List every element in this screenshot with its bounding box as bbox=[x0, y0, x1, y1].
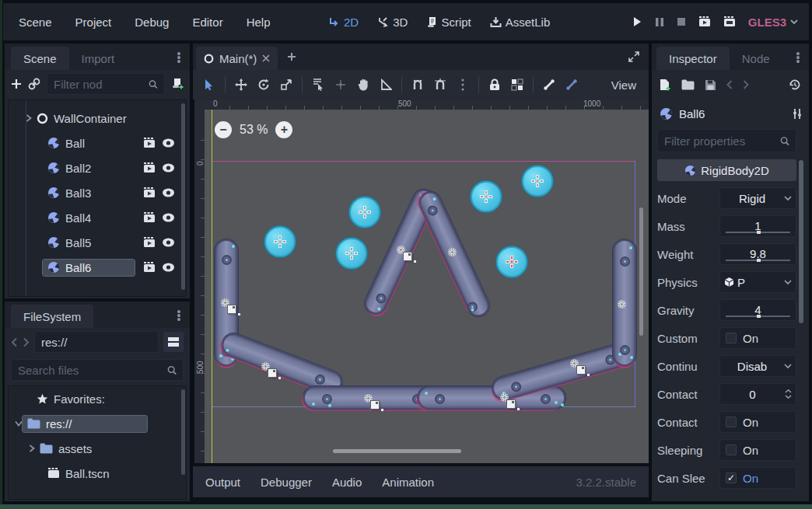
scene-instance-icon[interactable] bbox=[143, 212, 156, 223]
move-pivot-tool[interactable] bbox=[331, 75, 351, 95]
snap-options-dots-icon[interactable] bbox=[453, 75, 473, 95]
scene-instance-icon[interactable] bbox=[143, 262, 156, 273]
position-gizmo-icon[interactable] bbox=[531, 175, 544, 187]
scale-tool[interactable] bbox=[276, 75, 296, 95]
play-scene-button[interactable] bbox=[698, 16, 711, 27]
bottom-tab-debugger[interactable]: Debugger bbox=[261, 476, 312, 489]
stop-button[interactable] bbox=[677, 17, 686, 26]
gizmo-handle-square[interactable] bbox=[268, 368, 277, 378]
skeleton-bone-icon[interactable] bbox=[539, 75, 559, 95]
menu-debug[interactable]: Debug bbox=[135, 16, 169, 29]
property-checkbox[interactable]: On bbox=[719, 439, 796, 461]
zoom-in-button[interactable]: + bbox=[275, 121, 292, 138]
move-gizmo[interactable] bbox=[499, 392, 520, 411]
history-forward-icon[interactable] bbox=[743, 80, 749, 89]
move-gizmo[interactable] bbox=[617, 299, 637, 318]
scene-instance-icon[interactable] bbox=[143, 162, 156, 173]
bottom-tab-output[interactable]: Output bbox=[205, 476, 240, 489]
new-scene-tab-button[interactable] bbox=[278, 44, 306, 70]
tab-inspector[interactable]: Inspector bbox=[656, 47, 730, 70]
expand-arrow-icon[interactable] bbox=[26, 114, 32, 122]
visibility-eye-icon[interactable] bbox=[162, 212, 175, 223]
collapse-arrow-icon[interactable] bbox=[15, 420, 23, 427]
visibility-eye-icon[interactable] bbox=[162, 138, 175, 148]
tab-2d[interactable]: 2D bbox=[328, 16, 359, 29]
lock-object-icon[interactable] bbox=[485, 75, 505, 95]
tree-row-main[interactable]: Main bbox=[9, 99, 186, 106]
skeleton-ik-icon[interactable] bbox=[562, 75, 582, 95]
inspector-scrollbar[interactable] bbox=[799, 160, 803, 323]
property-spinbox[interactable]: 0 bbox=[719, 383, 796, 405]
scene-instance-icon[interactable] bbox=[143, 187, 156, 198]
move-gizmo[interactable] bbox=[569, 358, 590, 377]
tab-scene[interactable]: Scene bbox=[11, 47, 69, 70]
history-back-icon[interactable] bbox=[726, 80, 733, 89]
menu-scene[interactable]: Scene bbox=[19, 16, 52, 29]
zoom-out-button[interactable]: − bbox=[215, 121, 232, 138]
pause-button[interactable] bbox=[655, 17, 664, 27]
fs-row-ball-tscn[interactable]: Ball.tscn bbox=[9, 461, 186, 486]
select-tool[interactable] bbox=[199, 75, 219, 95]
number-slider[interactable] bbox=[726, 232, 790, 233]
property-checkbox[interactable]: ✓On bbox=[719, 467, 796, 489]
gizmo-handle-square[interactable] bbox=[576, 365, 586, 375]
tab-script[interactable]: Script bbox=[426, 16, 471, 29]
gizmo-handle-square[interactable] bbox=[403, 252, 412, 261]
scene-instance-icon[interactable] bbox=[143, 138, 156, 148]
move-gizmo[interactable] bbox=[396, 245, 416, 263]
property-resource-picker[interactable]: P bbox=[719, 271, 796, 293]
visibility-eye-icon[interactable] bbox=[162, 187, 175, 198]
move-gizmo[interactable] bbox=[447, 247, 467, 266]
tab-filesystem[interactable]: FileSystem bbox=[11, 305, 93, 328]
close-icon[interactable] bbox=[262, 54, 270, 62]
dock-menu-icon[interactable]: ••• bbox=[174, 52, 184, 64]
new-resource-icon[interactable] bbox=[660, 78, 671, 91]
menu-project[interactable]: Project bbox=[75, 16, 112, 29]
tab-import[interactable]: Import bbox=[69, 47, 128, 70]
smart-snap-icon[interactable] bbox=[408, 75, 428, 95]
property-number-field[interactable]: 4 bbox=[719, 299, 796, 321]
property-dropdown[interactable]: Rigid bbox=[719, 187, 796, 209]
property-number-field[interactable]: 1 bbox=[719, 215, 796, 237]
fs-row-res[interactable]: res:// bbox=[9, 411, 186, 436]
position-gizmo-icon[interactable] bbox=[359, 206, 371, 218]
tab-assetlib[interactable]: AssetLib bbox=[490, 16, 551, 29]
visibility-eye-icon[interactable] bbox=[162, 237, 175, 248]
filter-nodes-input[interactable] bbox=[47, 73, 165, 95]
menu-help[interactable]: Help bbox=[247, 16, 271, 29]
capsule-obstacle[interactable] bbox=[418, 386, 565, 410]
tab-node[interactable]: Node bbox=[730, 47, 782, 70]
current-path-input[interactable] bbox=[34, 331, 159, 353]
list-select-tool[interactable] bbox=[308, 75, 328, 95]
tab-3d[interactable]: 3D bbox=[377, 16, 408, 29]
position-gizmo-icon[interactable] bbox=[480, 190, 492, 203]
gizmo-handle-square[interactable] bbox=[370, 400, 380, 410]
move-gizmo[interactable] bbox=[220, 298, 240, 316]
selected-position-gizmo-icon[interactable] bbox=[506, 256, 518, 268]
distraction-free-icon[interactable] bbox=[619, 44, 649, 70]
tree-row-ball2[interactable]: Ball2 bbox=[9, 155, 186, 180]
pan-tool[interactable] bbox=[353, 75, 373, 95]
fs-row-favorites[interactable]: Favorites: bbox=[9, 386, 186, 411]
tree-row-ball5[interactable]: Ball5 bbox=[9, 230, 186, 255]
dock-menu-icon[interactable]: ••• bbox=[174, 310, 184, 322]
gizmo-handle-square[interactable] bbox=[227, 305, 236, 314]
tree-row-wallcontainer[interactable]: WallContainer bbox=[9, 106, 186, 131]
checkbox-icon[interactable] bbox=[726, 333, 737, 343]
group-object-icon[interactable] bbox=[507, 75, 527, 95]
canvas-vscrollbar[interactable] bbox=[639, 207, 643, 336]
visibility-eye-icon[interactable] bbox=[162, 162, 175, 173]
property-checkbox[interactable]: On bbox=[719, 411, 796, 433]
tree-row-ball4[interactable]: Ball4 bbox=[9, 205, 186, 230]
zoom-percent[interactable]: 53 % bbox=[240, 123, 268, 137]
grid-snap-icon[interactable] bbox=[430, 75, 450, 95]
tools-icon[interactable] bbox=[792, 108, 803, 120]
position-gizmo-icon[interactable] bbox=[345, 247, 358, 260]
canvas-hscrollbar[interactable] bbox=[333, 449, 461, 453]
class-section-header[interactable]: RigidBody2D bbox=[657, 159, 796, 181]
property-dropdown[interactable]: Disab bbox=[719, 355, 796, 377]
move-gizmo[interactable] bbox=[261, 361, 281, 380]
fs-row-assets[interactable]: assets bbox=[9, 436, 186, 461]
object-history-icon[interactable] bbox=[789, 78, 801, 91]
position-gizmo-icon[interactable] bbox=[274, 235, 286, 248]
